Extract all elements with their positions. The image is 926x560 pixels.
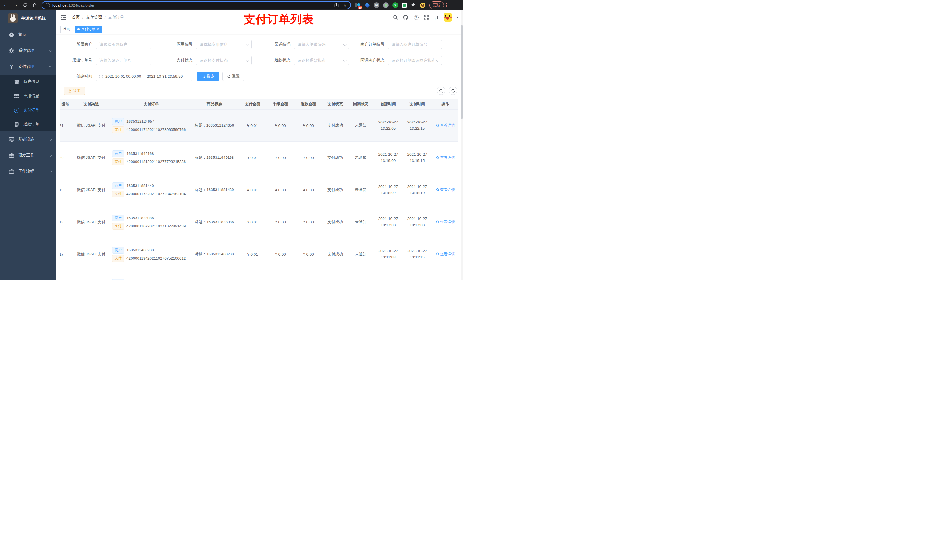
app-select[interactable] — [196, 40, 252, 49]
chrome-menu-icon[interactable] — [446, 3, 447, 8]
merchant-tag: 商户 — [112, 183, 124, 189]
page-scrollbar[interactable] — [461, 10, 463, 280]
breadcrumb-pay-order: 支付订单 — [108, 15, 124, 20]
merchant-order-no-input[interactable] — [388, 40, 442, 49]
field-merchant: 所属商户 — [61, 40, 151, 49]
view-detail-link[interactable]: 查看详情 — [436, 187, 455, 192]
sidebar-item-app-info[interactable]: 应用信息 — [0, 89, 56, 103]
magnifier-icon — [436, 156, 439, 159]
notify-status: 未通知 — [348, 123, 374, 128]
create-time-range-input[interactable]: 2021-10-01 00:00:00 - 2021-10-31 23:59:5… — [96, 72, 192, 81]
magnifier-icon — [436, 252, 439, 256]
refund-status-select[interactable] — [294, 56, 349, 65]
extension-chat-icon[interactable] — [402, 3, 407, 8]
browser-back-button[interactable]: ← — [2, 1, 10, 9]
extension-strip: 10 ⌘ Y — [355, 2, 425, 8]
sidebar-item-payment[interactable]: ¥ 支付管理 — [0, 59, 56, 74]
scrollbar-thumb[interactable] — [461, 25, 463, 119]
site-info-icon[interactable]: i — [45, 3, 50, 8]
export-button[interactable]: 导出 — [64, 86, 85, 95]
reset-button[interactable]: 重置 — [222, 72, 244, 81]
table-row: 19 微信 JSAPI 支付 商户1635311881440 支付4200001… — [61, 174, 458, 206]
extension-y-icon[interactable]: Y — [392, 2, 398, 8]
search-icon — [439, 89, 443, 93]
download-icon — [68, 89, 72, 93]
avatar-caret-icon[interactable] — [456, 17, 459, 18]
browser-reload-button[interactable] — [21, 1, 29, 9]
app-window: ← → i localhost :1024/pay/order ☆ — [0, 0, 463, 280]
table-row: 17 微信 JSAPI 支付 商户1635311468233 支付4200001… — [61, 238, 458, 270]
merchant-tag: 商户 — [112, 247, 124, 254]
merchant-input[interactable] — [96, 40, 151, 49]
search-icon — [201, 74, 205, 78]
clock-icon — [99, 74, 103, 78]
sidebar-item-pay-order[interactable]: ¥ 支付订单 — [0, 103, 56, 117]
payment-submenu: 商户信息 应用信息 ¥ 支付订单 — [0, 74, 56, 131]
home-icon — [32, 3, 37, 8]
sidebar-item-home[interactable]: 首页 — [0, 27, 56, 43]
tag-pay-order[interactable]: 支付订单 × — [75, 26, 101, 33]
share-icon[interactable] — [334, 3, 339, 8]
bookmark-star-icon[interactable]: ☆ — [343, 3, 347, 8]
font-size-icon[interactable]: TT — [433, 14, 440, 21]
tag-home[interactable]: 首页 — [61, 26, 73, 33]
extension-grid-icon[interactable]: 10 — [355, 2, 360, 8]
view-detail-link[interactable]: 查看详情 — [436, 123, 455, 128]
sidebar-item-refund-order[interactable]: 退款订单 — [0, 117, 56, 131]
table-row: 21 微信 JSAPI 支付 商户1635312124657 支付4200001… — [61, 110, 458, 142]
gear-icon — [9, 48, 14, 53]
view-detail-link[interactable]: 查看详情 — [436, 219, 455, 225]
extension-dot-icon[interactable] — [383, 2, 389, 8]
breadcrumb-pay-manage[interactable]: 支付管理 — [86, 15, 102, 20]
view-detail-link[interactable]: 查看详情 — [436, 252, 455, 257]
profile-avatar-icon[interactable] — [420, 3, 425, 8]
pay-status: 支付成功 — [322, 155, 348, 160]
refresh-button[interactable] — [449, 86, 457, 95]
chrome-update-button[interactable]: 更新 — [430, 2, 444, 9]
search-icon[interactable] — [392, 14, 399, 21]
toggle-search-button[interactable] — [437, 86, 445, 95]
dashboard-icon — [9, 32, 14, 38]
sidebar-collapse-icon[interactable] — [61, 14, 67, 21]
field-notify-status: 回调商户状态 — [349, 56, 442, 65]
extension-command-icon[interactable]: ⌘ — [374, 2, 379, 8]
extensions-puzzle-icon[interactable] — [411, 2, 416, 8]
sidebar-item-system[interactable]: 系统管理 — [0, 43, 56, 59]
chevron-down-icon — [49, 138, 52, 140]
search-button[interactable]: 搜索 — [197, 72, 219, 81]
pay-tag: 支付 — [112, 158, 124, 165]
magnifier-icon — [436, 188, 439, 192]
pay-tag: 支付 — [112, 126, 124, 133]
document-icon — [14, 122, 20, 127]
sidebar-item-merchant-info[interactable]: 商户信息 — [0, 74, 56, 89]
active-dot-icon — [77, 28, 80, 30]
app-logo[interactable]: 芋道管理系统 — [0, 10, 56, 26]
shop-icon — [14, 79, 20, 85]
pay-status-select[interactable] — [196, 56, 252, 65]
merchant-tag: 商户 — [112, 279, 124, 280]
browser-home-button[interactable] — [31, 1, 39, 9]
browser-toolbar: ← → i localhost :1024/pay/order ☆ — [0, 0, 463, 10]
channel-order-no-input[interactable] — [96, 56, 151, 65]
user-avatar[interactable] — [443, 13, 452, 22]
close-icon[interactable]: × — [97, 27, 99, 31]
breadcrumb-home[interactable]: 首页 — [72, 15, 80, 20]
notify-status: 未通知 — [348, 155, 374, 160]
pay-tag: 支付 — [112, 255, 124, 262]
url-path: :1024/pay/order — [68, 3, 95, 8]
browser-forward-button[interactable]: → — [11, 1, 20, 9]
pay-status: 支付成功 — [322, 123, 348, 128]
github-icon[interactable] — [402, 14, 409, 21]
channel-code-select[interactable] — [294, 40, 349, 49]
notify-status-select[interactable] — [388, 56, 442, 65]
url-bar[interactable]: i localhost :1024/pay/order ☆ — [42, 1, 351, 9]
extension-kite-icon[interactable] — [364, 2, 370, 8]
sidebar-item-workflow[interactable]: 工作流程 — [0, 163, 56, 179]
sidebar-item-infrastructure[interactable]: 基础设施 — [0, 131, 56, 147]
notify-status: 未通知 — [348, 252, 374, 257]
help-icon[interactable]: ? — [413, 14, 419, 21]
sidebar-item-dev-tools[interactable]: 研发工具 — [0, 147, 56, 163]
fullscreen-icon[interactable] — [423, 14, 430, 21]
mini-buttons — [437, 86, 457, 95]
view-detail-link[interactable]: 查看详情 — [436, 155, 455, 160]
